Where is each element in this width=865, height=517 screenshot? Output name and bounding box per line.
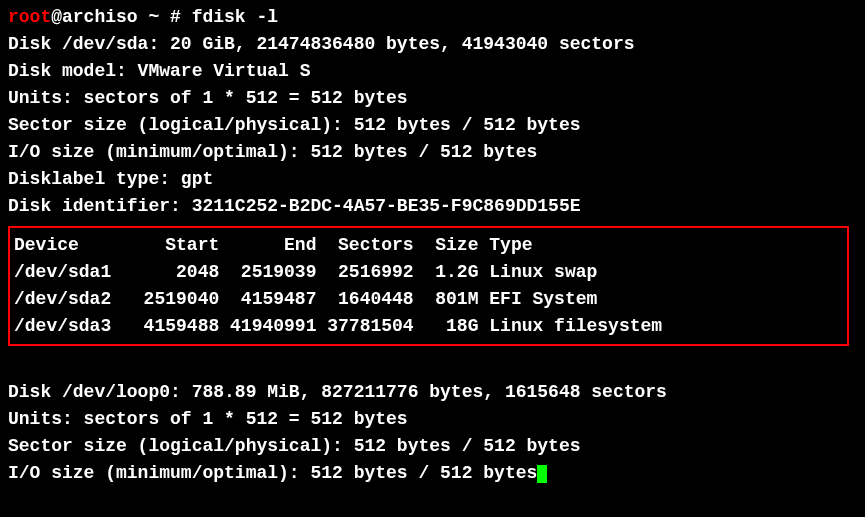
disk-loop0-io-size: I/O size (minimum/optimal): 512 bytes / … [8,460,857,487]
disk-sda-label-type: Disklabel type: gpt [8,166,857,193]
blank-line [8,352,857,379]
shell-prompt[interactable]: root@archiso ~ # fdisk -l [8,4,857,31]
disk-sda-model: Disk model: VMware Virtual S [8,58,857,85]
partition-table-header: Device Start End Sectors Size Type [14,232,843,259]
partition-row-sda3: /dev/sda3 4159488 41940991 37781504 18G … [14,313,843,340]
prompt-user: root [8,7,51,27]
prompt-host: @archiso [51,7,137,27]
disk-loop0-header: Disk /dev/loop0: 788.89 MiB, 827211776 b… [8,379,857,406]
disk-sda-io-size: I/O size (minimum/optimal): 512 bytes / … [8,139,857,166]
disk-loop0-sector-size: Sector size (logical/physical): 512 byte… [8,433,857,460]
disk-loop0-units: Units: sectors of 1 * 512 = 512 bytes [8,406,857,433]
disk-sda-identifier: Disk identifier: 3211C252-B2DC-4A57-BE35… [8,193,857,220]
disk-sda-sector-size: Sector size (logical/physical): 512 byte… [8,112,857,139]
prompt-cwd: ~ # [138,7,192,27]
disk-sda-units: Units: sectors of 1 * 512 = 512 bytes [8,85,857,112]
disk-sda-header: Disk /dev/sda: 20 GiB, 21474836480 bytes… [8,31,857,58]
partition-row-sda1: /dev/sda1 2048 2519039 2516992 1.2G Linu… [14,259,843,286]
command-text: fdisk -l [192,7,278,27]
partition-table-highlight: Device Start End Sectors Size Type /dev/… [8,226,849,346]
terminal-cursor [537,465,547,483]
partition-row-sda2: /dev/sda2 2519040 4159487 1640448 801M E… [14,286,843,313]
